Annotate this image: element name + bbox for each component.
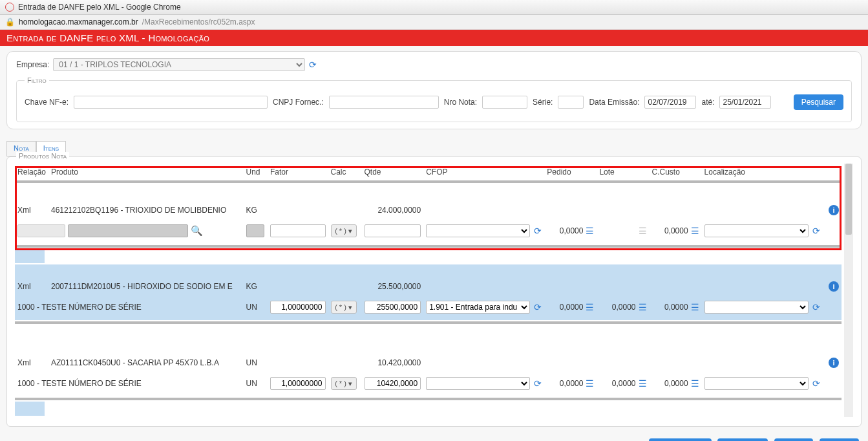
pedido-list-icon[interactable]: ☰ [586,378,594,389]
lote-value: 0,0000 [612,303,636,312]
table-row-xml: Xml2007111DM2010U5 - HIDROXIDO DE SODIO … [15,264,842,298]
table-row-edit: 1000 - TESTE NÚMERO DE SÉRIEUN( * ) ▾⟳0,… [15,374,842,396]
cell-und: UN [244,341,268,374]
refresh-local-icon[interactable]: ⟳ [812,378,820,389]
qtde-input[interactable] [365,377,421,390]
nro-label: Nro Nota: [444,98,477,107]
products-panel: Produtos Nota Relação Produto Und Fator … [6,156,862,427]
ccusto-value: 0,0000 [664,303,688,312]
cfop-select[interactable]: 1.901 - Entrada para indu [426,301,530,314]
ccusto-list-icon[interactable]: ☰ [691,226,699,236]
fator-input[interactable] [270,301,326,314]
col-local: Localização [702,164,823,182]
ccusto-list-icon[interactable]: ☰ [691,378,699,389]
cell-produto: 2007111DM2010U5 - HIDROXIDO DE SODIO EM … [48,264,244,298]
processar-button[interactable]: Processar [717,438,768,441]
col-ccusto: C.Custo [650,164,702,182]
products-table: Relação Produto Und Fator Calc Qtde CFOP… [15,164,842,417]
lock-icon: 🔒 [5,17,15,27]
chave-label: Chave NF-e: [25,98,69,107]
table-row-xml: Xml461212102BQ1196 - TRIOXIDO DE MOLIBDE… [15,182,842,222]
pedido-list-icon[interactable]: ☰ [586,226,594,236]
cell-und-edit: UN [244,298,268,320]
lote-list-icon[interactable]: ☰ [639,378,647,389]
emissao-label: Data Emissão: [589,98,639,107]
filtro-legend: Filtro [25,76,49,84]
cnpj-input[interactable] [329,96,439,109]
cell-produto: AZ01111CK0450U0 - SACARIA PP 45X70 L.B.A [48,341,244,374]
produto-input[interactable] [68,224,188,237]
refresh-cfop-icon[interactable]: ⟳ [534,378,542,389]
col-und: Und [244,164,268,182]
calc-select[interactable]: ( * ) ▾ [331,377,357,390]
search-product-icon[interactable]: 🔍 [191,225,203,237]
fator-input[interactable] [270,224,326,237]
cell-und: KG [244,182,268,222]
grid-scrollbar[interactable] [844,164,853,417]
cell-qtde: 10.420,0000 [362,341,424,374]
serie-input[interactable] [558,96,584,109]
pedido-list-icon[interactable]: ☰ [586,302,594,312]
qtde-input[interactable] [365,301,421,314]
ccusto-value: 0,0000 [664,226,688,235]
pedido-value: 0,0000 [560,303,584,312]
chave-input[interactable] [74,96,268,109]
lote-list-icon[interactable]: ☰ [639,226,647,236]
table-header-row: Relação Produto Und Fator Calc Qtde CFOP… [15,164,842,182]
importar-xml-button[interactable]: Importar XML [649,438,712,441]
und-input[interactable] [246,224,264,237]
cfop-select[interactable] [426,377,530,390]
empresa-select[interactable]: 01 / 1 - TRIPLOS TECNOLOGIA [53,58,305,71]
cfop-select[interactable] [426,224,530,237]
cell-qtde: 25.500,0000 [362,264,424,298]
filter-panel: Empresa: 01 / 1 - TRIPLOS TECNOLOGIA ⟳ F… [6,51,862,129]
table-row-xml: XmlAZ01111CK0450U0 - SACARIA PP 45X70 L.… [15,341,842,374]
table-row-edit: 1000 - TESTE NÚMERO DE SÉRIEUN( * ) ▾1.9… [15,298,842,320]
emissao-to-input[interactable] [719,96,771,109]
pedido-value: 0,0000 [560,226,584,235]
tabs: Nota Itens [6,141,862,156]
info-icon[interactable]: i [829,281,839,292]
refresh-local-icon[interactable]: ⟳ [812,302,820,312]
col-qtde: Qtde [362,164,424,182]
pedido-value: 0,0000 [560,379,584,388]
limpar-button[interactable]: Limpar [774,438,814,441]
col-calc: Calc [328,164,362,182]
cell-und-edit: UN [244,374,268,396]
refresh-empresa-icon[interactable]: ⟳ [309,59,317,70]
fechar-button[interactable]: Fechar [820,438,859,441]
emissao-from-input[interactable] [644,96,696,109]
table-row-edit: 🔍( * ) ▾⟳0,0000☰☰0,0000☰⟳ [15,222,842,244]
cell-produto-edit: 1000 - TESTE NÚMERO DE SÉRIE [15,298,244,320]
calc-select[interactable]: ( * ) ▾ [331,224,357,237]
nro-input[interactable] [482,96,527,109]
refresh-cfop-icon[interactable]: ⟳ [534,302,542,312]
cell-produto: 461212102BQ1196 - TRIOXIDO DE MOLIBDENIO [48,182,244,222]
pesquisar-button[interactable]: Pesquisar [794,94,843,110]
relacao-code-input[interactable] [17,224,65,237]
window-title: Entrada de DANFE pelo XML - Google Chrom… [18,3,181,12]
calc-select[interactable]: ( * ) ▾ [331,301,357,314]
cell-relacao: Xml [15,341,48,374]
refresh-local-icon[interactable]: ⟳ [812,226,820,236]
local-select[interactable] [704,377,809,390]
scrollbar-thumb[interactable] [845,164,852,235]
products-title: Produtos Nota [16,152,69,160]
local-select[interactable] [704,224,809,237]
info-icon[interactable]: i [829,358,839,368]
url-path: /MaxRecebimentos/rc052m.aspx [142,17,255,27]
col-pedido: Pedido [544,164,597,182]
qtde-input[interactable] [365,224,421,237]
local-select[interactable] [704,301,809,314]
fator-input[interactable] [270,377,326,390]
emissao-ate-label: até: [701,98,714,107]
refresh-cfop-icon[interactable]: ⟳ [534,226,542,236]
ccusto-list-icon[interactable]: ☰ [691,302,699,312]
ccusto-value: 0,0000 [664,379,688,388]
favicon-icon [5,3,14,12]
cell-relacao: Xml [15,182,48,222]
url-host: homologacao.maxmanager.com.br [19,17,138,27]
info-icon[interactable]: i [829,205,839,215]
cell-qtde: 24.000,0000 [362,182,424,222]
lote-list-icon[interactable]: ☰ [639,302,647,312]
